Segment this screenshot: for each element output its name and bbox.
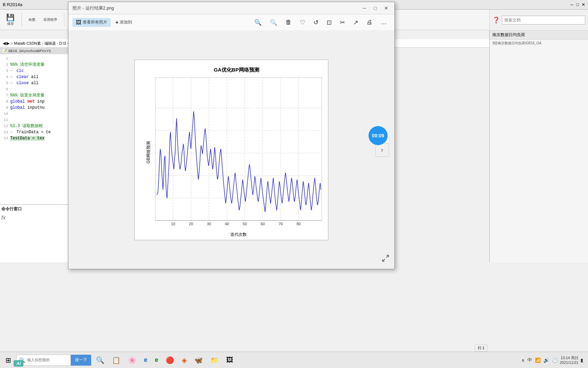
fx-label: fx	[1, 215, 70, 221]
zoom-out-button[interactable]: 🔍	[266, 17, 281, 28]
code-line: 8 global net inp	[0, 98, 71, 105]
code-line: 13 — TrainData = te	[0, 129, 71, 135]
folder-taskbar-icon: 📁	[210, 356, 219, 364]
crop-button[interactable]: ⊡	[323, 17, 335, 28]
taskbar-item-butterfly[interactable]: 🦋	[191, 353, 206, 367]
heart-icon: ♡	[300, 19, 305, 26]
taskbar-item-clipboard[interactable]: 📋	[109, 353, 124, 367]
taskbar-item-flower[interactable]: 🌸	[125, 353, 140, 367]
path-nav: ◀ ▶	[3, 41, 10, 46]
taskbar: ⊞ 🔍 输入你想搜的 搜一下 🔍 📋 🌸 e e 🔴 ◈ 🦋	[0, 352, 588, 368]
taskbar-item-folder[interactable]: 📁	[207, 353, 222, 367]
x-axis-label: 迭代次数	[230, 232, 247, 237]
search-submit-button[interactable]: 搜一下	[71, 355, 91, 366]
ai-badge: Ai	[14, 360, 23, 367]
taskbar-items: 🔍 📋 🌸 e e 🔴 ◈ 🦋 📁 🖼	[91, 353, 517, 367]
app-tab[interactable]: 应用程序	[41, 16, 60, 24]
ie2-icon: e	[155, 356, 158, 364]
photo-titlebar: 照片 - 运行结果2.png ─ □ ✕	[68, 2, 394, 14]
maximize-button[interactable]: □	[371, 4, 379, 12]
photo-title: 照片 - 运行结果2.png	[72, 5, 114, 11]
svg-text:10: 10	[171, 222, 175, 226]
network-icon: 📶	[534, 357, 541, 364]
taskbar-clock[interactable]: 13:14 周日 2021/11/21	[560, 355, 578, 365]
svg-text:40: 40	[225, 222, 229, 226]
y-axis-label: GB网络预测	[146, 141, 151, 163]
expand-icon[interactable]	[381, 254, 390, 264]
svg-text:20: 20	[189, 222, 193, 226]
nav-forward[interactable]: ▶	[6, 41, 10, 46]
right-panel-title: 南京数据日均负荷	[490, 31, 588, 40]
rotate-button[interactable]: ↺	[310, 17, 322, 28]
matlab-win-close[interactable]: ✕	[582, 2, 585, 7]
add-to-button[interactable]: + 添加到	[112, 18, 135, 27]
rotate-icon: ↺	[313, 19, 318, 26]
taskbar-item-matlab[interactable]: ◈	[178, 353, 190, 367]
chevron-icon-2: ›	[42, 42, 43, 45]
windows-icon: ⊞	[5, 356, 11, 364]
path-item-1: Matalb CSDN紧	[14, 41, 41, 46]
nav-back[interactable]: ◀	[3, 41, 6, 46]
search-input[interactable]	[502, 16, 585, 25]
code-line-clear-all: 4 — clear all	[0, 74, 71, 80]
code-line: 7 %%% 设置全局变量	[0, 92, 71, 98]
minimize-button[interactable]: ─	[360, 4, 369, 12]
plot-tab[interactable]: 绘图	[26, 16, 38, 24]
add-icon: +	[115, 19, 118, 26]
show-desktop-button[interactable]: ▮	[580, 357, 584, 364]
chrome-icon: 🔴	[166, 356, 174, 364]
toolbar-divider-1	[21, 13, 22, 27]
butterfly-icon: 🦋	[194, 356, 203, 364]
chevron-icon-1: »	[11, 42, 13, 45]
timer-label: 00:09	[372, 133, 384, 138]
matlab-win-max[interactable]: □	[576, 2, 579, 7]
save-button[interactable]: 💾 保存	[3, 12, 17, 28]
taskbar-item-ie2[interactable]: e	[151, 353, 162, 367]
taskbar-item-ie[interactable]: e	[141, 353, 151, 367]
save-icon: 💾	[6, 13, 15, 21]
taskbar-search[interactable]: 🔍 输入你想搜的	[16, 355, 71, 366]
code-line: 6	[0, 86, 71, 92]
taskbar-item-search[interactable]: 🔍	[93, 353, 108, 367]
taskbar-item-chrome[interactable]: 🔴	[162, 353, 178, 367]
taskbar-item-photo[interactable]: 🖼	[223, 353, 236, 367]
more-button[interactable]: …	[377, 17, 390, 27]
hide-icons-button[interactable]: ∧	[521, 357, 525, 364]
code-line: 9 global inputnu	[0, 105, 71, 111]
matlab-title: B R2014a	[3, 2, 22, 7]
code-lines: 1 2 %%% 清空环境变量 3 — clc 4 — clear all 5	[0, 54, 71, 143]
ie-icon: e	[144, 356, 147, 364]
help-icon: ❓	[492, 16, 500, 24]
matlab-win-min[interactable]: ─	[570, 2, 573, 7]
zoom-in-button[interactable]: 🔍	[251, 17, 265, 28]
timer-badge: 00:09	[369, 126, 388, 145]
close-button[interactable]: ✕	[382, 4, 390, 12]
svg-rect-14	[155, 77, 322, 220]
taskbar-search-icon: 🔍	[96, 356, 104, 364]
code-editor: 📝 GB16_GAyouhuaBPXxYS 1 2 %%% 清空环境变量 3 —…	[0, 48, 71, 204]
photo-viewer-window: 照片 - 运行结果2.png ─ □ ✕ 🖼 查看所有照片 + 添加到 🔍 🔍 …	[68, 2, 395, 269]
code-line: 12 %1.3 读取数据框	[0, 123, 71, 129]
svg-text:80: 80	[296, 222, 300, 226]
svg-text:30: 30	[207, 222, 211, 226]
chart-container: GA优化BP网络预测 GB网络预测 迭代次数	[134, 60, 328, 240]
matlab-search-area: ❓	[489, 10, 588, 31]
delete-button[interactable]: 🗑	[282, 17, 295, 27]
toolbar-divider-2	[64, 13, 64, 27]
share-icon: ↗	[353, 19, 358, 26]
print-button[interactable]: 🖨	[363, 17, 376, 27]
edit-button[interactable]: ✂	[337, 17, 348, 28]
photo-content: 00:09 › GA优化BP网络预测 GB网络预测 迭代次数	[68, 31, 394, 269]
matlab-right-panel: 南京数据日均负荷 明]\南京数据日均负荷\GB16_GA	[489, 31, 588, 262]
code-line: 3 — clc	[0, 68, 71, 74]
more-icon: …	[381, 19, 387, 26]
favorite-button[interactable]: ♡	[296, 17, 309, 28]
share-button[interactable]: ↗	[350, 17, 362, 28]
photo-window-controls: ─ □ ✕	[360, 4, 390, 12]
command-window: 命令行窗口 fx	[0, 204, 71, 262]
view-all-photos-button[interactable]: 🖼 查看所有照片	[72, 18, 111, 27]
code-line: 11	[0, 117, 71, 123]
trash-icon: 🗑	[285, 19, 292, 26]
zoom-out-icon: 🔍	[270, 19, 277, 26]
right-panel-path: 明]\南京数据日均负荷\GB16_GA	[490, 40, 588, 47]
